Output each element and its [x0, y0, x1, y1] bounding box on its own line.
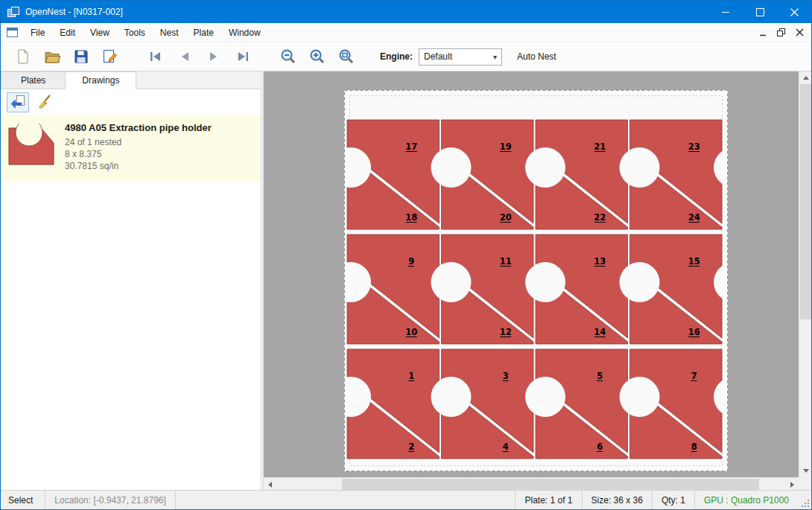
next-plate-button[interactable]: [202, 45, 226, 68]
status-gpu: GPU : Quadro P1000: [694, 491, 798, 509]
part-notch: [431, 262, 472, 302]
part-number: 10: [405, 327, 417, 337]
part-number: 24: [688, 212, 700, 223]
replace-arrow-icon: [9, 93, 27, 111]
part-number: 6: [597, 442, 603, 452]
part-number: 23: [688, 141, 700, 152]
status-right-group: Plate: 1 of 1 Size: 36 x 36 Qty: 1 GPU :…: [515, 491, 811, 509]
maximize-button[interactable]: [743, 1, 777, 23]
app-icon: [7, 7, 19, 18]
menu-bar: File Edit View Tools Nest Plate Window: [1, 23, 811, 42]
horizontal-scroll-thumb[interactable]: [342, 479, 759, 490]
scroll-down-button[interactable]: [799, 465, 811, 477]
part-number: 5: [597, 371, 603, 381]
part-number: 18: [405, 212, 417, 223]
drawing-nested-count: 24 of 1 nested: [65, 136, 212, 148]
vertical-scroll-thumb[interactable]: [800, 84, 811, 319]
last-plate-button[interactable]: [231, 45, 255, 68]
drawing-size: 8 x 8.375: [65, 148, 212, 160]
save-edit-button[interactable]: [98, 45, 122, 68]
drawing-info: 4980 A05 Extraction pipe holder 24 of 1 …: [65, 122, 212, 172]
main-toolbar: Engine: Default ▾ Auto Nest: [1, 42, 811, 71]
status-mode: Select: [1, 491, 45, 509]
menu-view[interactable]: View: [83, 23, 117, 42]
part-number: 16: [688, 327, 700, 337]
left-panel: Plates Drawings: [1, 71, 260, 490]
menu-nest[interactable]: Nest: [153, 23, 186, 42]
part-number: 21: [594, 141, 606, 152]
menu-file[interactable]: File: [23, 23, 52, 42]
zoom-in-button[interactable]: [305, 45, 329, 68]
part-number: 12: [500, 327, 512, 337]
new-button[interactable]: [11, 45, 35, 68]
nest-canvas[interactable]: 171921231820222491113151012141613572468: [264, 71, 811, 490]
plate[interactable]: 171921231820222491113151012141613572468: [344, 90, 728, 471]
tab-plates[interactable]: Plates: [1, 71, 66, 89]
part-number: 8: [691, 442, 697, 452]
part-number: 7: [691, 371, 697, 381]
drawing-list-item[interactable]: 4980 A05 Extraction pipe holder 24 of 1 …: [1, 115, 260, 181]
part-number: 22: [594, 212, 606, 223]
scroll-right-button[interactable]: [786, 478, 799, 490]
save-button[interactable]: [69, 45, 93, 68]
clean-drawings-button[interactable]: [35, 92, 57, 112]
part-number: 14: [594, 327, 606, 337]
part-number: 1: [408, 371, 414, 381]
scroll-left-button[interactable]: [264, 478, 276, 490]
replace-drawing-button[interactable]: [7, 92, 29, 112]
horizontal-scrollbar[interactable]: [264, 477, 799, 490]
vertical-scrollbar[interactable]: [799, 71, 811, 477]
window-controls: [708, 1, 811, 23]
drawing-area: 30.7815 sq/in: [65, 160, 212, 172]
mdi-window-controls: [759, 28, 811, 36]
status-plate: Plate: 1 of 1: [515, 491, 581, 509]
panel-tabstrip: Plates Drawings: [1, 71, 260, 89]
part-number: 9: [408, 256, 414, 267]
mdi-minimize-button[interactable]: [759, 29, 767, 36]
engine-select[interactable]: Default ▾: [419, 48, 502, 66]
part-number: 3: [503, 371, 509, 381]
engine-label: Engine:: [380, 51, 413, 62]
drawing-title: 4980 A05 Extraction pipe holder: [65, 122, 212, 133]
status-qty: Qty: 1: [652, 491, 694, 509]
auto-nest-button[interactable]: Auto Nest: [517, 51, 556, 62]
tab-drawings[interactable]: Drawings: [65, 71, 136, 89]
menu-tools[interactable]: Tools: [117, 23, 153, 42]
document-icon: [7, 28, 18, 37]
scroll-up-button[interactable]: [799, 71, 811, 84]
resize-grip[interactable]: [798, 491, 811, 509]
drawings-toolbar: [1, 89, 260, 115]
part-notch: [620, 377, 660, 417]
part-number: 20: [500, 212, 512, 223]
menu-window[interactable]: Window: [221, 23, 268, 42]
status-size: Size: 36 x 36: [582, 491, 652, 509]
part-notch: [620, 262, 660, 302]
part-notch: [525, 262, 565, 302]
part-notch: [525, 377, 565, 417]
previous-plate-button[interactable]: [173, 45, 197, 68]
content-area: Plates Drawings: [1, 71, 811, 490]
chevron-down-icon: ▾: [493, 53, 497, 61]
part-notch: [431, 377, 472, 417]
mdi-restore-button[interactable]: [777, 28, 785, 36]
open-button[interactable]: [40, 45, 64, 68]
part-notch: [525, 147, 565, 188]
part-thumbnail: [7, 124, 56, 169]
part-number: 2: [408, 442, 414, 452]
part-notch: [620, 147, 660, 188]
mdi-close-button[interactable]: [796, 28, 804, 36]
part-number: 13: [594, 256, 606, 267]
zoom-fit-button[interactable]: [334, 45, 358, 68]
first-plate-button[interactable]: [144, 45, 168, 68]
part-number: 19: [500, 141, 512, 152]
close-button[interactable]: [777, 1, 811, 23]
zoom-out-button[interactable]: [276, 45, 300, 68]
opennest-window: OpenNest - [N0317-002] File Edit View To…: [0, 0, 812, 510]
menu-plate[interactable]: Plate: [186, 23, 221, 42]
part-number: 4: [503, 442, 509, 452]
menu-edit[interactable]: Edit: [52, 23, 83, 42]
part-notch: [431, 147, 472, 188]
status-location: Location: [-0.9437, 21.8796]: [45, 491, 175, 509]
minimize-button[interactable]: [708, 1, 743, 23]
part-number: 15: [688, 256, 700, 267]
